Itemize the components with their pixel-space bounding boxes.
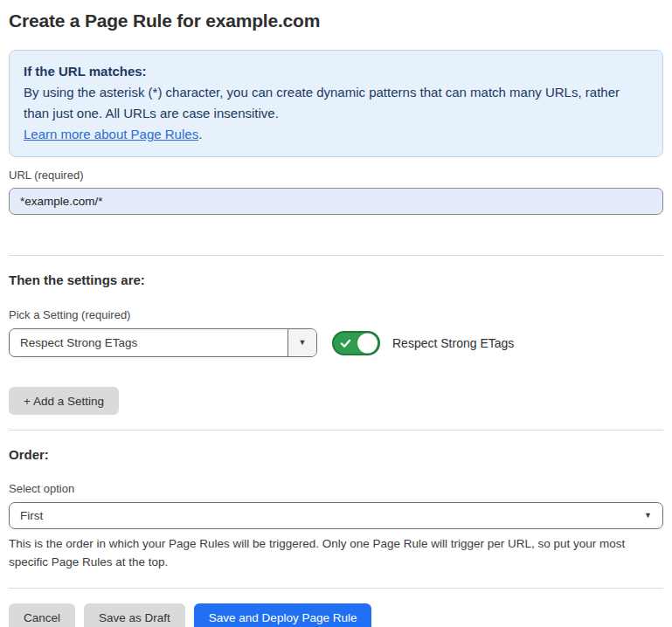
order-select[interactable]: First ▼ xyxy=(9,502,663,529)
order-help-text: This is the order in which your Page Rul… xyxy=(9,534,663,571)
section-divider xyxy=(9,430,663,431)
chevron-down-icon: ▼ xyxy=(644,512,652,520)
cancel-button[interactable]: Cancel xyxy=(9,603,75,627)
order-select-value: First xyxy=(20,509,43,522)
setting-row: Respect Strong ETags ▼ Respect Strong ET… xyxy=(9,328,663,357)
order-select-label: Select option xyxy=(9,482,663,495)
footer-divider xyxy=(9,588,663,589)
setting-toggle[interactable] xyxy=(332,331,380,355)
save-draft-button[interactable]: Save as Draft xyxy=(84,603,185,627)
info-box-link-line: Learn more about Page Rules. xyxy=(24,124,648,145)
footer-actions: Cancel Save as Draft Save and Deploy Pag… xyxy=(9,603,663,627)
setting-picker-label: Pick a Setting (required) xyxy=(9,308,663,321)
info-box-heading: If the URL matches: xyxy=(24,61,648,82)
chevron-down-icon: ▼ xyxy=(299,339,307,347)
check-icon xyxy=(340,337,351,348)
create-page-rule-form: Create a Page Rule for example.com If th… xyxy=(0,0,672,627)
page-title: Create a Page Rule for example.com xyxy=(9,10,663,31)
setting-select[interactable]: Respect Strong ETags ▼ xyxy=(9,328,317,357)
add-setting-button[interactable]: + Add a Setting xyxy=(9,387,119,415)
url-match-info-box: If the URL matches: By using the asteris… xyxy=(9,50,663,157)
learn-more-link[interactable]: Learn more about Page Rules xyxy=(24,127,198,141)
setting-select-arrow-button[interactable]: ▼ xyxy=(288,329,316,356)
url-field-label: URL (required) xyxy=(9,169,663,182)
setting-toggle-label: Respect Strong ETags xyxy=(392,336,514,350)
url-input[interactable] xyxy=(9,188,663,215)
link-suffix: . xyxy=(198,127,202,141)
info-box-body: By using the asterisk (*) character, you… xyxy=(24,82,648,124)
save-deploy-button[interactable]: Save and Deploy Page Rule xyxy=(194,603,372,627)
order-section-heading: Order: xyxy=(9,447,663,462)
toggle-knob xyxy=(357,333,378,353)
setting-select-value: Respect Strong ETags xyxy=(10,329,288,356)
settings-section-heading: Then the settings are: xyxy=(9,272,663,287)
section-divider xyxy=(9,255,663,256)
